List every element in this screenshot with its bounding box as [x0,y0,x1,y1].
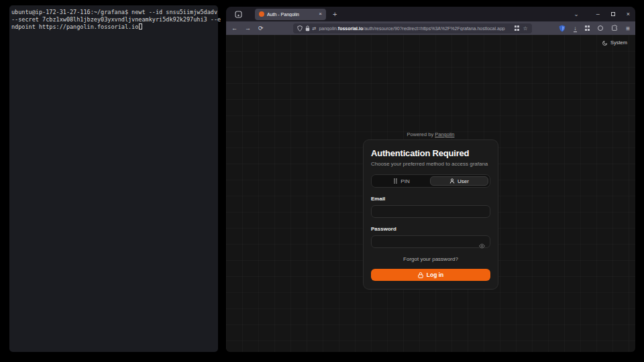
back-button[interactable]: ← [231,25,237,32]
show-password-eye-icon[interactable] [479,239,485,251]
tab-pin[interactable]: PIN [373,176,430,186]
browser-tab-auth-pangolin[interactable]: Auth - Pangolin × [255,9,326,20]
urlbar-end-icons: ☆ [515,25,528,32]
forward-button[interactable]: → [245,25,251,32]
theme-toggle[interactable]: System [602,40,627,46]
forgot-password-link[interactable]: Forgot your password? [371,256,490,262]
minimize-button[interactable]: – [596,11,600,17]
downloads-icon[interactable]: ↓ [574,25,577,32]
tab-pin-label: PIN [400,178,409,184]
bookmark-star-icon[interactable]: ☆ [523,25,527,32]
address-bar[interactable]: ⇄ pangolin.fossorial.io/auth/resource/90… [293,23,532,34]
tab-user-label: User [458,178,469,184]
tracking-protection-shield-icon[interactable] [297,25,303,32]
moon-icon [602,40,608,46]
adblock-circle-icon[interactable] [598,25,603,31]
url-text: pangolin.fossorial.io/auth/resource/90?r… [319,26,511,31]
terminal-line: --secret 7cbz1xw08lh1jbzey03yxvndljvneam… [11,16,216,23]
auth-card: Authentication Required Choose your pref… [363,139,498,290]
terminal-window[interactable]: ubuntu@ip-172-31-27-116:~/grafana$ newt … [9,5,218,352]
login-button-label: Log in [427,272,444,278]
terminal-cursor [139,23,142,29]
new-tab-button[interactable]: + [333,11,337,18]
toolbar-right-icons: ↓ ≡ [559,25,630,32]
login-button[interactable]: Log in [371,269,490,281]
window-controls: – × [596,11,630,17]
containers-grid-icon[interactable] [515,25,520,31]
password-label: Password [371,226,490,232]
tab-title: Auth - Pangolin [267,12,316,17]
tab-close-icon[interactable]: × [319,11,322,17]
ublock-shield-icon[interactable] [559,25,566,32]
browser-tab-bar: Auth - Pangolin × + ⌄ – × [226,7,635,21]
permissions-swap-icon[interactable]: ⇄ [313,26,317,31]
reload-button[interactable]: ⟳ [258,25,264,32]
email-input[interactable] [371,205,490,218]
list-tabs-chevron-icon[interactable]: ⌄ [574,11,579,17]
https-lock-icon[interactable] [305,25,310,32]
extensions-puzzle-icon[interactable] [611,25,618,32]
terminal-line: ubuntu@ip-172-31-27-116:~/grafana$ newt … [11,9,216,16]
browser-toolbar: ← → ⟳ ⇄ pangolin.fossorial.io/auth/resou… [226,21,635,35]
user-icon [449,178,455,184]
password-input[interactable] [371,235,490,248]
auth-method-tabs: PIN User [371,174,490,188]
login-lock-icon [418,272,423,278]
pangolin-favicon-icon [259,11,264,17]
card-subtitle: Choose your preferred method to access g… [371,161,490,167]
tab-user[interactable]: User [430,176,488,186]
firefox-view-icon[interactable] [234,10,243,19]
card-title: Authentication Required [371,148,490,158]
menu-hamburger-icon[interactable]: ≡ [626,25,630,32]
terminal-line: ndpoint https://pangolin.fossorial.io [11,23,216,31]
browser-window: Auth - Pangolin × + ⌄ – × ← → ⟳ ⇄ pangol… [226,7,635,352]
keypad-icon [393,178,398,184]
email-label: Email [371,196,490,202]
apps-grid-icon[interactable] [585,25,590,31]
maximize-button[interactable] [611,12,615,16]
powered-by: Powered by Pangolin [226,131,635,137]
page-content: System Powered by Pangolin Authenticatio… [226,35,635,352]
pangolin-link[interactable]: Pangolin [435,131,454,137]
theme-toggle-label: System [610,40,627,46]
close-window-button[interactable]: × [627,11,630,17]
